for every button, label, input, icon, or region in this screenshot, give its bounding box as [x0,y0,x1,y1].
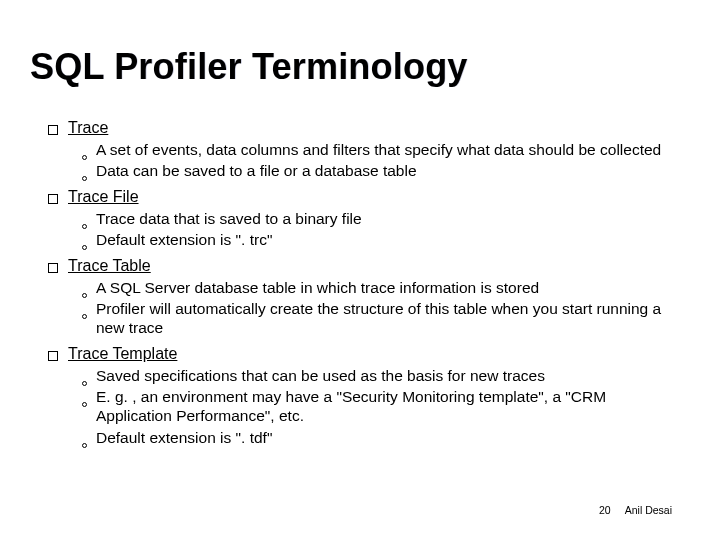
subbullet: A set of events, data columns and filter… [82,140,680,159]
slide-content: Trace A set of events, data columns and … [48,112,680,447]
heading-trace-table: Trace Table [68,256,151,276]
circle-bullet-icon [82,314,87,319]
bullet-trace-file: Trace File [48,187,680,207]
point-text: Default extension is ". tdf" [96,428,272,447]
author-name: Anil Desai [625,504,672,516]
subbullet: Default extension is ". trc" [82,230,680,249]
subbullet: Data can be saved to a file or a databas… [82,161,680,180]
bullet-trace: Trace [48,118,680,138]
circle-bullet-icon [82,381,87,386]
circle-bullet-icon [82,176,87,181]
square-bullet-icon [48,263,58,273]
circle-bullet-icon [82,155,87,160]
circle-bullet-icon [82,245,87,250]
slide: SQL Profiler Terminology SQL Profiler Te… [0,0,720,540]
slide-title: SQL Profiler Terminology SQL Profiler Te… [30,46,468,88]
subbullet: E. g. , an environment may have a "Secur… [82,387,680,426]
subbullet: Default extension is ". tdf" [82,428,680,447]
subbullet: A SQL Server database table in which tra… [82,278,680,297]
square-bullet-icon [48,194,58,204]
circle-bullet-icon [82,443,87,448]
square-bullet-icon [48,351,58,361]
point-text: Trace data that is saved to a binary fil… [96,209,362,228]
point-text: Default extension is ". trc" [96,230,272,249]
point-text: E. g. , an environment may have a "Secur… [96,387,680,426]
subbullet: Profiler will automatically create the s… [82,299,680,338]
point-text: A SQL Server database table in which tra… [96,278,539,297]
circle-bullet-icon [82,402,87,407]
bullet-trace-table: Trace Table [48,256,680,276]
bullet-trace-template: Trace Template [48,344,680,364]
square-bullet-icon [48,125,58,135]
circle-bullet-icon [82,224,87,229]
point-text: Data can be saved to a file or a databas… [96,161,417,180]
page-number: 20 [599,504,611,516]
point-text: A set of events, data columns and filter… [96,140,661,159]
subbullet: Trace data that is saved to a binary fil… [82,209,680,228]
heading-trace-template: Trace Template [68,344,177,364]
subbullet: Saved specifications that can be used as… [82,366,680,385]
point-text: Profiler will automatically create the s… [96,299,680,338]
heading-trace-file: Trace File [68,187,139,207]
slide-footer: 20 Anil Desai [599,504,672,516]
title-text: SQL Profiler Terminology [30,46,468,87]
heading-trace: Trace [68,118,108,138]
circle-bullet-icon [82,293,87,298]
point-text: Saved specifications that can be used as… [96,366,545,385]
